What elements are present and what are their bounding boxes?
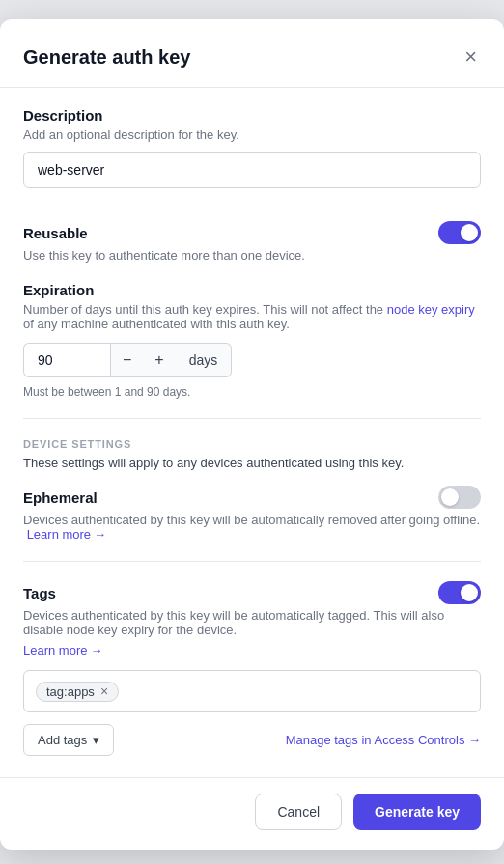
reusable-slider	[438, 221, 481, 244]
divider-1	[23, 418, 481, 419]
tags-section: Tags Devices authenticated by this key w…	[23, 581, 481, 756]
expiration-label: Expiration	[23, 282, 481, 298]
tags-label: Tags	[23, 585, 56, 601]
ephemeral-section: Ephemeral Devices authenticated by this …	[23, 486, 481, 542]
expiry-unit: days	[176, 343, 233, 377]
description-hint: Add an optional description for the key.	[23, 127, 481, 142]
chevron-down-icon: ▾	[93, 733, 99, 747]
tags-arrow-icon: →	[90, 643, 102, 657]
expiration-hint-suffix: of any machine authenticated with this a…	[23, 317, 290, 331]
tag-chip: tag:apps ×	[36, 682, 119, 702]
close-icon: ×	[464, 46, 477, 68]
device-settings-section: DEVICE SETTINGS These settings will appl…	[23, 438, 481, 756]
modal-header: Generate auth key ×	[0, 19, 504, 88]
close-button[interactable]: ×	[461, 42, 481, 71]
expiry-validation: Must be between 1 and 90 days.	[23, 385, 481, 399]
ephemeral-learn-more-link[interactable]: Learn more →	[27, 527, 106, 542]
generate-auth-key-modal: Generate auth key × Description Add an o…	[0, 19, 504, 850]
reusable-label: Reusable	[23, 225, 88, 241]
ephemeral-knob	[441, 488, 459, 506]
tags-slider	[438, 581, 481, 604]
description-input[interactable]	[23, 152, 481, 188]
tags-row: Tags	[23, 581, 481, 604]
ephemeral-slider	[438, 486, 481, 509]
modal-title: Generate auth key	[23, 46, 190, 69]
ephemeral-desc-text: Devices authenticated by this key will b…	[23, 513, 480, 527]
reusable-knob	[461, 224, 478, 241]
tags-actions-row: Add tags ▾ Manage tags in Access Control…	[23, 724, 481, 756]
device-settings-title: DEVICE SETTINGS	[23, 438, 481, 450]
tag-chip-remove-button[interactable]: ×	[100, 684, 108, 698]
add-tags-button[interactable]: Add tags ▾	[23, 724, 114, 756]
reusable-section: Reusable Use this key to authenticate mo…	[23, 221, 481, 263]
generate-key-button[interactable]: Generate key	[353, 794, 481, 830]
node-key-expiry-link[interactable]: node key expiry	[387, 302, 475, 317]
reusable-toggle[interactable]	[438, 221, 481, 244]
ephemeral-toggle[interactable]	[438, 486, 481, 509]
tags-input-box[interactable]: tag:apps ×	[23, 670, 481, 712]
ephemeral-row: Ephemeral	[23, 486, 481, 509]
expiry-input[interactable]	[23, 343, 110, 377]
manage-tags-label: Manage tags in Access Controls →	[286, 733, 481, 747]
divider-2	[23, 561, 481, 562]
description-section: Description Add an optional description …	[23, 107, 481, 208]
ephemeral-label: Ephemeral	[23, 489, 98, 506]
tags-learn-more-container: Learn more →	[23, 641, 481, 658]
plus-icon: +	[154, 351, 163, 368]
reusable-row: Reusable	[23, 221, 481, 244]
tag-chip-label: tag:apps	[46, 684, 95, 699]
tags-desc-text: Devices authenticated by this key will b…	[23, 608, 444, 637]
tags-desc: Devices authenticated by this key will b…	[23, 608, 481, 637]
expiry-row: − + days	[23, 343, 481, 377]
cancel-button[interactable]: Cancel	[255, 794, 342, 830]
add-tags-label: Add tags	[38, 733, 87, 747]
tags-knob	[461, 584, 478, 601]
minus-icon: −	[123, 351, 131, 368]
modal-body: Description Add an optional description …	[0, 88, 504, 777]
tags-learn-more-link[interactable]: Learn more →	[23, 643, 102, 657]
ephemeral-desc: Devices authenticated by this key will b…	[23, 513, 481, 542]
expiry-increment-button[interactable]: +	[143, 343, 175, 377]
manage-tags-link[interactable]: Manage tags in Access Controls →	[286, 733, 481, 747]
expiration-section: Expiration Number of days until this aut…	[23, 282, 481, 399]
expiration-desc: Number of days until this auth key expir…	[23, 302, 481, 331]
description-label: Description	[23, 107, 481, 124]
expiry-decrement-button[interactable]: −	[110, 343, 143, 377]
arrow-right-icon: →	[94, 527, 106, 542]
expiration-hint-prefix: Number of days until this auth key expir…	[23, 302, 387, 317]
modal-footer: Cancel Generate key	[0, 777, 504, 850]
reusable-desc: Use this key to authenticate more than o…	[23, 248, 481, 263]
tags-toggle[interactable]	[438, 581, 481, 604]
device-settings-desc: These settings will apply to any devices…	[23, 456, 481, 470]
